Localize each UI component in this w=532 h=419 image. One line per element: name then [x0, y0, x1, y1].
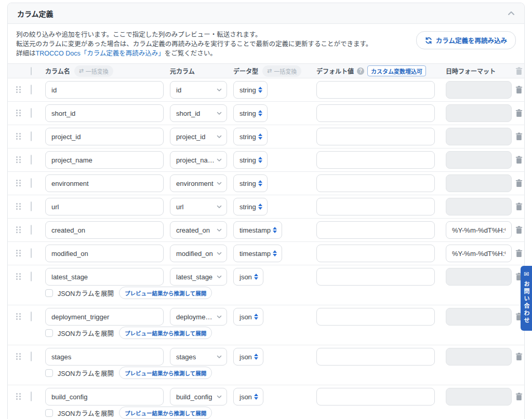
delete-row-button[interactable]	[515, 109, 523, 117]
default-value-input[interactable]	[316, 221, 435, 239]
data-type-select[interactable]: timestamp	[233, 221, 282, 239]
drag-handle-icon[interactable]	[16, 313, 21, 321]
source-column-select[interactable]: environment	[170, 174, 227, 192]
drag-handle-icon[interactable]	[16, 110, 21, 117]
drag-handle-icon[interactable]	[16, 393, 21, 401]
column-name-input[interactable]	[45, 81, 164, 99]
column-name-input[interactable]	[45, 245, 164, 262]
default-value-input[interactable]	[316, 174, 435, 192]
select-all-checkbox[interactable]	[31, 67, 32, 75]
row-checkbox[interactable]	[31, 108, 32, 118]
drag-handle-icon[interactable]	[16, 156, 21, 164]
datetime-format-input[interactable]	[446, 221, 512, 239]
default-value-input[interactable]	[316, 151, 435, 169]
data-type-select[interactable]: json	[233, 308, 263, 326]
row-checkbox[interactable]	[31, 155, 32, 165]
row-checkbox[interactable]	[31, 391, 32, 401]
delete-row-button[interactable]	[515, 86, 523, 94]
drag-handle-icon[interactable]	[16, 353, 21, 361]
default-value-input[interactable]	[316, 198, 435, 215]
datetime-format-input[interactable]	[446, 174, 512, 192]
column-name-input[interactable]	[45, 308, 164, 326]
column-name-input[interactable]	[45, 388, 164, 406]
default-value-input[interactable]	[316, 104, 435, 122]
data-type-select[interactable]: string	[233, 151, 268, 169]
source-column-select[interactable]: stages	[170, 348, 227, 366]
datetime-format-input[interactable]	[446, 81, 512, 99]
source-column-select[interactable]: url	[170, 198, 227, 215]
trash-icon[interactable]	[515, 67, 523, 75]
delete-row-button[interactable]	[515, 393, 523, 401]
json-expand-checkbox[interactable]	[45, 409, 53, 417]
source-column-select[interactable]: id	[170, 81, 227, 99]
datetime-format-input[interactable]	[446, 151, 512, 169]
delete-row-button[interactable]	[515, 132, 523, 141]
data-type-select[interactable]: string	[233, 104, 268, 122]
row-checkbox[interactable]	[31, 272, 32, 281]
default-value-input[interactable]	[316, 81, 435, 99]
source-column-select[interactable]: latest_stage	[170, 268, 227, 286]
datetime-format-input[interactable]	[446, 348, 512, 366]
source-column-select[interactable]: project_name	[170, 151, 227, 169]
column-name-input[interactable]	[45, 198, 164, 215]
data-type-select[interactable]: json	[233, 388, 263, 406]
default-value-input[interactable]	[316, 348, 435, 366]
datetime-format-input[interactable]	[446, 198, 512, 215]
datetime-format-input[interactable]	[446, 308, 512, 326]
row-checkbox[interactable]	[31, 352, 32, 361]
default-value-input[interactable]	[316, 128, 435, 145]
infer-from-preview-button[interactable]: プレビュー結果から推測して展開	[119, 287, 212, 299]
delete-row-button[interactable]	[515, 249, 523, 258]
data-type-select[interactable]: string	[233, 174, 268, 192]
column-name-input[interactable]	[45, 151, 164, 169]
infer-from-preview-button[interactable]: プレビュー結果から推測して展開	[119, 327, 212, 339]
column-name-input[interactable]	[45, 348, 164, 366]
datetime-format-input[interactable]	[446, 245, 512, 262]
delete-row-button[interactable]	[515, 353, 523, 361]
json-expand-checkbox[interactable]	[45, 329, 53, 337]
source-column-select[interactable]: project_id	[170, 128, 227, 145]
source-column-select[interactable]: created_on	[170, 221, 227, 239]
delete-row-button[interactable]	[515, 156, 523, 164]
infer-from-preview-button[interactable]: プレビュー結果から推測して展開	[119, 407, 212, 419]
row-checkbox[interactable]	[31, 178, 32, 188]
drag-handle-icon[interactable]	[16, 250, 21, 258]
datetime-format-input[interactable]	[446, 388, 512, 406]
drag-handle-icon[interactable]	[16, 226, 21, 234]
data-type-select[interactable]: timestamp	[233, 245, 282, 262]
collapse-panel-button[interactable]	[508, 11, 515, 16]
source-column-select[interactable]: deployment_trigger	[170, 308, 227, 326]
bulk-convert-type-button[interactable]: ⇄一括変換	[262, 65, 301, 77]
datetime-format-input[interactable]	[446, 128, 512, 145]
help-icon[interactable]: ?	[357, 67, 364, 75]
default-value-input[interactable]	[316, 388, 435, 406]
delete-row-button[interactable]	[515, 226, 523, 234]
data-type-select[interactable]: json	[233, 348, 263, 366]
json-expand-checkbox[interactable]	[45, 369, 53, 377]
row-checkbox[interactable]	[31, 201, 32, 211]
delete-row-button[interactable]	[515, 202, 523, 211]
drag-handle-icon[interactable]	[16, 133, 21, 141]
data-type-select[interactable]: string	[233, 81, 268, 99]
row-checkbox[interactable]	[31, 248, 32, 258]
json-expand-checkbox[interactable]	[45, 289, 53, 297]
data-type-select[interactable]: string	[233, 198, 268, 215]
drag-handle-icon[interactable]	[16, 86, 21, 94]
default-value-input[interactable]	[316, 268, 435, 286]
delete-row-button[interactable]	[515, 179, 523, 187]
source-column-select[interactable]: modified_on	[170, 245, 227, 262]
source-column-select[interactable]: short_id	[170, 104, 227, 122]
infer-from-preview-button[interactable]: プレビュー結果から推測して展開	[119, 367, 212, 379]
column-name-input[interactable]	[45, 221, 164, 239]
drag-handle-icon[interactable]	[16, 273, 21, 281]
default-value-input[interactable]	[316, 308, 435, 326]
datetime-format-input[interactable]	[446, 104, 512, 122]
data-type-select[interactable]: json	[233, 268, 263, 286]
drag-handle-icon[interactable]	[16, 180, 21, 187]
datetime-format-input[interactable]	[446, 268, 512, 286]
drag-handle-icon[interactable]	[16, 203, 21, 211]
column-name-input[interactable]	[45, 268, 164, 286]
source-column-select[interactable]: build_config	[170, 388, 227, 406]
docs-link[interactable]: TROCCO Docs「カラム定義を再読み込み」	[36, 50, 165, 57]
column-name-input[interactable]	[45, 104, 164, 122]
